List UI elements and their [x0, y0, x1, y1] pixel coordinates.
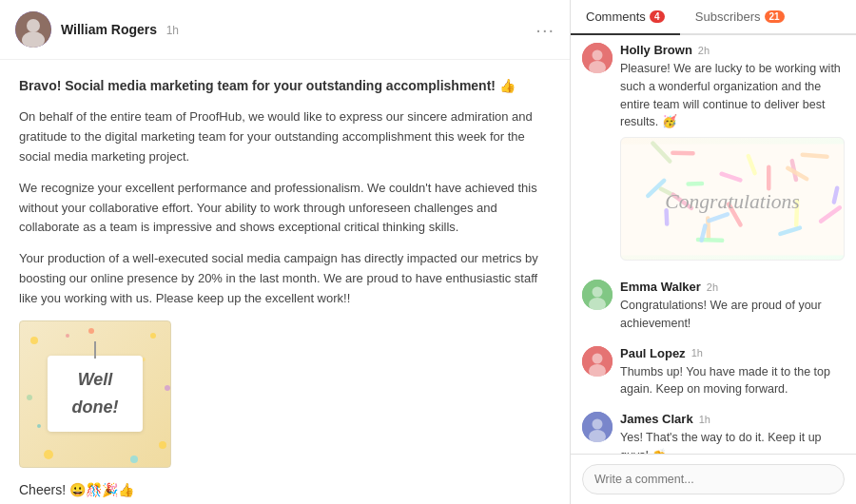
svg-text:Congratulations: Congratulations [665, 190, 799, 213]
comment-input-area [571, 454, 856, 504]
post-panel: William Rogers 1h ··· Bravo! Social medi… [0, 0, 571, 504]
subscribers-badge: 21 [765, 10, 785, 23]
tab-subscribers[interactable]: Subscribers 21 [680, 0, 800, 33]
comment-item: Paul Lopez 1hThumbs up! You have made it… [582, 346, 845, 399]
svg-point-7 [88, 328, 94, 334]
svg-point-10 [130, 456, 138, 463]
svg-point-4 [150, 333, 156, 339]
comment-time: 1h [691, 347, 703, 359]
comment-avatar [582, 43, 613, 73]
tab-comments-label: Comments [586, 10, 646, 24]
author-name: William Rogers [61, 22, 157, 37]
post-headline: Bravo! Social media marketing team for y… [19, 75, 551, 96]
tab-subscribers-label: Subscribers [695, 10, 761, 24]
post-time: 1h [166, 24, 179, 37]
comment-text: Thumbs up! You have made it to the top a… [620, 363, 845, 399]
comment-text: Pleasure! We are lucky to be working wit… [620, 60, 845, 131]
comment-content: James Clark 1hYes! That's the way to do … [620, 412, 845, 454]
post-image-inner: Well done! [48, 356, 143, 432]
comment-header: James Clark 1h [620, 412, 845, 426]
comment-author: Holly Brown [620, 43, 692, 57]
svg-point-1 [27, 19, 40, 32]
post-para-3: Your production of a well-executed socia… [19, 249, 551, 308]
svg-point-3 [30, 337, 38, 344]
post-footer: Cheers! 😀🎊🎉👍 [19, 479, 551, 500]
comment-avatar [582, 346, 613, 377]
comments-list: Holly Brown 2hPleasure! We are lucky to … [571, 35, 856, 454]
comment-input[interactable] [582, 464, 845, 494]
svg-rect-28 [767, 165, 771, 190]
comment-text: Congratulations! We are proud of your ac… [620, 297, 845, 333]
comment-author: James Clark [620, 412, 693, 426]
post-header: William Rogers 1h ··· [0, 0, 570, 60]
tabs-bar: Comments 4 Subscribers 21 [571, 0, 856, 35]
post-body: Bravo! Social media marketing team for y… [0, 60, 570, 504]
svg-point-15 [593, 50, 603, 61]
post-author-info: William Rogers 1h [15, 11, 179, 48]
post-image: Well done! [19, 320, 171, 468]
comment-author: Emma Walker [620, 280, 701, 294]
svg-point-9 [165, 385, 170, 391]
svg-point-13 [37, 424, 41, 428]
comment-content: Emma Walker 2hCongratulations! We are pr… [620, 280, 845, 333]
comment-time: 1h [699, 414, 710, 425]
post-para-2: We recognize your excellent performance … [19, 179, 551, 238]
comment-author: Paul Lopez [620, 346, 686, 360]
post-menu-button[interactable]: ··· [535, 20, 554, 39]
post-para-1: On behalf of the entire team of ProofHub… [19, 107, 551, 166]
tab-comments[interactable]: Comments 4 [571, 0, 680, 35]
svg-point-6 [159, 441, 166, 449]
svg-point-11 [66, 334, 69, 338]
right-panel: Comments 4 Subscribers 21 Holly Brown 2h… [571, 0, 856, 504]
svg-rect-18 [671, 150, 695, 155]
comment-header: Holly Brown 2h [620, 43, 845, 57]
comment-time: 2h [698, 45, 710, 56]
comment-time: 2h [707, 281, 718, 293]
comment-item: Holly Brown 2hPleasure! We are lucky to … [582, 43, 845, 266]
author-meta: William Rogers 1h [61, 22, 179, 37]
svg-point-48 [593, 419, 603, 430]
comment-header: Paul Lopez 1h [620, 346, 845, 360]
svg-point-5 [44, 450, 53, 459]
svg-point-42 [593, 287, 603, 298]
comment-item: James Clark 1hYes! That's the way to do … [582, 412, 845, 454]
svg-point-8 [27, 395, 32, 400]
comment-header: Emma Walker 2h [620, 280, 845, 294]
comments-badge: 4 [650, 10, 665, 23]
svg-rect-31 [686, 182, 704, 186]
comment-content: Holly Brown 2hPleasure! We are lucky to … [620, 43, 845, 266]
comment-avatar [582, 412, 613, 442]
comment-item: Emma Walker 2hCongratulations! We are pr… [582, 280, 845, 333]
comment-content: Paul Lopez 1hThumbs up! You have made it… [620, 346, 845, 399]
author-avatar [15, 11, 51, 48]
congratulations-image: Congratulations [620, 137, 845, 261]
svg-point-45 [593, 353, 603, 363]
comment-text: Yes! That's the way to do it. Keep it up… [620, 429, 845, 454]
comment-avatar [582, 280, 613, 310]
